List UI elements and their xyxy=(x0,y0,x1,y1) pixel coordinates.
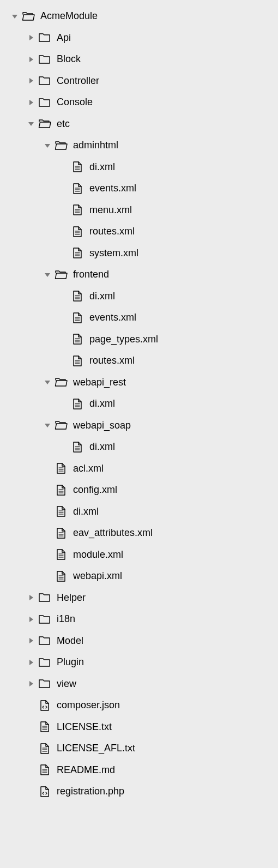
tree-row[interactable]: README.md xyxy=(0,760,278,781)
tree-item-label: page_types.xml xyxy=(89,334,158,345)
arrow-spacer xyxy=(26,722,36,732)
tree-item-label: README.md xyxy=(57,764,115,776)
folder-open-icon xyxy=(53,419,69,432)
tree-row[interactable]: Console xyxy=(0,92,278,113)
folder-icon xyxy=(37,31,52,44)
tree-row[interactable]: composer.json xyxy=(0,695,278,716)
chevron-down-icon[interactable] xyxy=(26,119,36,129)
tree-row[interactable]: webapi_rest xyxy=(0,372,278,394)
tree-row[interactable]: module.xml xyxy=(0,544,278,566)
tree-item-label: etc xyxy=(57,118,70,130)
tree-row[interactable]: events.xml xyxy=(0,178,278,200)
tree-row[interactable]: page_types.xml xyxy=(0,329,278,351)
chevron-down-icon[interactable] xyxy=(43,377,52,387)
folder-icon xyxy=(37,96,52,109)
tree-row[interactable]: Helper xyxy=(0,587,278,609)
arrow-spacer xyxy=(26,765,36,775)
tree-row[interactable]: LICENSE.txt xyxy=(0,716,278,738)
tree-item-label: Console xyxy=(57,97,93,108)
tree-item-label: config.xml xyxy=(73,484,117,496)
chevron-right-icon[interactable] xyxy=(26,679,36,689)
folder-icon xyxy=(37,656,52,669)
file-icon xyxy=(70,311,85,324)
chevron-down-icon[interactable] xyxy=(43,270,52,280)
tree-row[interactable]: di.xml xyxy=(0,393,278,415)
chevron-right-icon[interactable] xyxy=(26,55,36,64)
tree-row[interactable]: config.xml xyxy=(0,479,278,501)
tree-item-label: system.xml xyxy=(89,248,138,259)
tree-row[interactable]: routes.xml xyxy=(0,221,278,243)
tree-row[interactable]: view xyxy=(0,673,278,695)
chevron-down-icon[interactable] xyxy=(43,141,52,150)
tree-item-label: module.xml xyxy=(73,549,123,560)
folder-open-icon xyxy=(53,376,69,389)
tree-row[interactable]: Plugin xyxy=(0,652,278,673)
tree-row[interactable]: di.xml xyxy=(0,501,278,523)
tree-row[interactable]: frontend xyxy=(0,264,278,286)
tree-item-label: events.xml xyxy=(89,312,136,323)
tree-row[interactable]: di.xml xyxy=(0,436,278,458)
chevron-down-icon[interactable] xyxy=(43,420,52,430)
file-icon xyxy=(70,246,85,260)
tree-item-label: di.xml xyxy=(73,506,99,517)
tree-row[interactable]: system.xml xyxy=(0,243,278,264)
tree-row[interactable]: i18n xyxy=(0,608,278,630)
chevron-right-icon[interactable] xyxy=(26,76,36,86)
chevron-right-icon[interactable] xyxy=(26,593,36,602)
folder-icon xyxy=(37,634,52,647)
tree-row[interactable]: AcmeModule xyxy=(0,5,278,27)
arrow-spacer xyxy=(43,463,52,473)
arrow-spacer xyxy=(43,550,52,559)
arrow-spacer xyxy=(26,744,36,754)
file-icon xyxy=(53,570,69,583)
tree-item-label: Controller xyxy=(57,75,99,87)
folder-icon xyxy=(37,53,52,66)
tree-row[interactable]: Api xyxy=(0,27,278,49)
tree-row[interactable]: adminhtml xyxy=(0,135,278,156)
tree-row[interactable]: registration.php xyxy=(0,781,278,803)
arrow-spacer xyxy=(59,205,69,215)
file-icon xyxy=(70,160,85,173)
tree-row[interactable]: acl.xml xyxy=(0,458,278,480)
arrow-spacer xyxy=(59,248,69,258)
tree-item-label: di.xml xyxy=(89,291,115,302)
tree-row[interactable]: events.xml xyxy=(0,307,278,329)
chevron-right-icon[interactable] xyxy=(26,614,36,624)
tree-row[interactable]: di.xml xyxy=(0,156,278,178)
tree-row[interactable]: di.xml xyxy=(0,286,278,308)
file-icon xyxy=(70,203,85,216)
file-icon xyxy=(53,505,69,518)
tree-row[interactable]: webapi_soap xyxy=(0,415,278,437)
tree-row[interactable]: eav_attributes.xml xyxy=(0,522,278,544)
folder-icon xyxy=(37,613,52,626)
chevron-right-icon[interactable] xyxy=(26,33,36,43)
tree-row[interactable]: Model xyxy=(0,630,278,652)
tree-row[interactable]: webapi.xml xyxy=(0,565,278,587)
folder-open-icon xyxy=(53,268,69,281)
chevron-right-icon[interactable] xyxy=(26,636,36,646)
tree-item-label: Model xyxy=(57,635,83,647)
tree-item-label: Block xyxy=(57,53,81,65)
tree-item-label: di.xml xyxy=(89,398,115,409)
tree-row[interactable]: etc xyxy=(0,113,278,135)
arrow-spacer xyxy=(43,507,52,516)
tree-row[interactable]: menu.xml xyxy=(0,200,278,221)
chevron-down-icon[interactable] xyxy=(10,11,20,21)
tree-row[interactable]: Controller xyxy=(0,70,278,92)
tree-row[interactable]: LICENSE_AFL.txt xyxy=(0,738,278,760)
chevron-right-icon[interactable] xyxy=(26,658,36,667)
tree-item-label: view xyxy=(57,678,76,690)
tree-item-label: di.xml xyxy=(89,161,115,173)
chevron-right-icon[interactable] xyxy=(26,98,36,107)
folder-open-icon xyxy=(53,139,69,152)
tree-item-label: frontend xyxy=(73,269,109,280)
tree-item-label: eav_attributes.xml xyxy=(73,527,153,539)
file-icon xyxy=(53,527,69,540)
tree-row[interactable]: routes.xml xyxy=(0,350,278,372)
tree-item-label: webapi.xml xyxy=(73,570,122,582)
arrow-spacer xyxy=(59,162,69,172)
file-tree: AcmeModuleApiBlockControllerConsoleetcad… xyxy=(0,5,278,803)
arrow-spacer xyxy=(59,442,69,452)
tree-row[interactable]: Block xyxy=(0,49,278,70)
arrow-spacer xyxy=(59,334,69,344)
